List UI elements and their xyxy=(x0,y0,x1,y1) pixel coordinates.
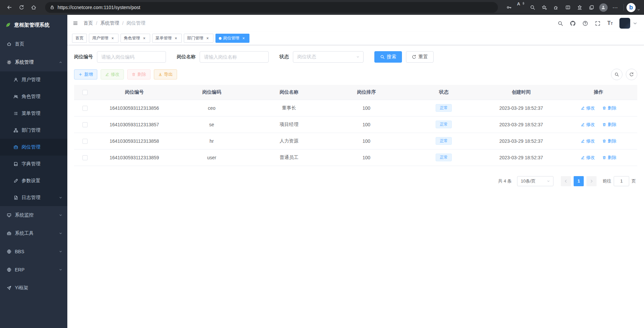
page-size-select[interactable]: 10条/页 xyxy=(517,176,553,186)
row-checkbox[interactable] xyxy=(82,122,88,127)
post-code-label: 岗位编号 xyxy=(74,54,93,60)
help-icon[interactable] xyxy=(582,21,588,26)
tab-role-mgmt[interactable]: 角色管理 × xyxy=(121,34,150,43)
sidebar-item-user-mgmt[interactable]: 用户管理 xyxy=(0,71,67,88)
split-screen-icon[interactable] xyxy=(562,1,574,13)
sidebar-item-log-mgmt[interactable]: 日志管理 xyxy=(0,189,67,206)
export-button[interactable]: 导出 xyxy=(154,69,177,79)
row-edit-link[interactable]: 修改 xyxy=(581,122,595,128)
close-icon[interactable]: × xyxy=(173,36,178,41)
browser-profile-avatar[interactable] xyxy=(598,1,609,13)
zoom-icon[interactable] xyxy=(527,1,538,13)
browser-chrome: https://ccnetcore.com:1101/system/post A… xyxy=(0,0,644,15)
breadcrumb-home[interactable]: 首页 xyxy=(83,20,93,26)
browser-home-button[interactable] xyxy=(28,1,40,13)
select-all-checkbox[interactable] xyxy=(82,90,88,95)
fullscreen-icon[interactable] xyxy=(595,21,601,26)
sidebar-item-menu-mgmt[interactable]: 菜单管理 xyxy=(0,105,67,122)
row-delete-link[interactable]: 删除 xyxy=(602,122,616,128)
sidebar-toggle-icon[interactable] xyxy=(67,21,83,26)
edit-icon xyxy=(105,72,109,76)
sidebar-group-system-mgmt[interactable]: 系统管理 xyxy=(0,53,67,71)
sidebar-item-post-mgmt[interactable]: 岗位管理 xyxy=(0,139,67,156)
sidebar-group-bbs[interactable]: BBS xyxy=(0,242,67,261)
post-name-label: 岗位名称 xyxy=(177,54,196,60)
chevron-down-icon xyxy=(59,196,63,200)
user-avatar-menu[interactable] xyxy=(619,18,638,29)
delete-button[interactable]: 删除 xyxy=(127,69,150,79)
tab-menu-mgmt[interactable]: 菜单管理 × xyxy=(152,34,182,43)
site-permissions-icon[interactable] xyxy=(50,5,55,10)
close-icon[interactable]: × xyxy=(205,36,210,41)
sidebar-item-role-mgmt[interactable]: 角色管理 xyxy=(0,88,67,105)
refresh-table-button[interactable] xyxy=(626,69,637,80)
post-name-input[interactable] xyxy=(200,51,269,63)
tab-home[interactable]: 首页 xyxy=(72,34,87,43)
sidebar-group-tools[interactable]: 系统工具 xyxy=(0,224,67,242)
browser-back-button[interactable] xyxy=(3,1,15,13)
browser-refresh-button[interactable] xyxy=(15,1,28,13)
tab-user-mgmt[interactable]: 用户管理 × xyxy=(89,34,118,43)
more-menu-icon[interactable]: ⋯ xyxy=(609,1,621,13)
status-select[interactable]: 岗位状态 xyxy=(293,51,364,63)
prev-page-button[interactable] xyxy=(561,176,571,186)
app-navbar: 首页 / 系统管理 / 岗位管理 TT xyxy=(67,15,644,32)
status-label: 状态 xyxy=(279,54,289,60)
add-favorite-icon[interactable] xyxy=(539,1,550,13)
read-aloud-icon[interactable]: A xyxy=(515,1,527,13)
toggle-search-button[interactable] xyxy=(611,69,622,80)
bing-chat-icon[interactable]: b xyxy=(626,3,636,12)
sidebar-item-dept-mgmt[interactable]: 部门管理 xyxy=(0,122,67,139)
collections-icon[interactable] xyxy=(586,1,597,13)
reset-button[interactable]: 重置 xyxy=(406,51,434,63)
app-logo[interactable]: 意框架管理系统 xyxy=(0,15,67,35)
row-edit-link[interactable]: 修改 xyxy=(581,138,595,144)
breadcrumb-current: 岗位管理 xyxy=(127,20,145,26)
sidebar-item-home[interactable]: 首页 xyxy=(0,35,67,53)
favorites-bar-icon[interactable] xyxy=(574,1,585,13)
row-edit-link[interactable]: 修改 xyxy=(581,105,595,111)
breadcrumb-system-mgmt[interactable]: 系统管理 xyxy=(100,20,119,26)
sidebar-item-dict-mgmt[interactable]: 字典管理 xyxy=(0,156,67,172)
goto-suffix: 页 xyxy=(632,178,636,184)
trash-icon xyxy=(602,106,606,110)
page-number-button[interactable]: 1 xyxy=(574,176,584,186)
tab-post-mgmt[interactable]: 岗位管理 × xyxy=(215,34,249,43)
column-header: 岗位编码 xyxy=(173,85,250,100)
row-checkbox[interactable] xyxy=(82,139,88,144)
url-bar[interactable]: https://ccnetcore.com:1101/system/post xyxy=(45,2,498,13)
goto-page-input[interactable] xyxy=(614,176,629,186)
sidebar-item-param-settings[interactable]: 参数设置 xyxy=(0,172,67,189)
search-button[interactable]: 搜索 xyxy=(374,51,402,63)
tab-dept-mgmt[interactable]: 部门管理 × xyxy=(184,34,213,43)
edit-icon xyxy=(581,139,585,143)
bing-caret-icon[interactable] xyxy=(637,8,641,12)
github-icon[interactable] xyxy=(570,21,576,26)
sidebar-group-monitor[interactable]: 系统监控 xyxy=(0,206,67,224)
row-checkbox[interactable] xyxy=(82,155,88,160)
row-delete-link[interactable]: 删除 xyxy=(602,105,616,111)
gear-icon xyxy=(7,60,11,65)
toolbox-icon xyxy=(7,231,11,236)
row-checkbox[interactable] xyxy=(82,106,88,111)
edit-button[interactable]: 修改 xyxy=(101,69,124,79)
close-icon[interactable]: × xyxy=(142,36,147,41)
font-size-icon[interactable]: TT xyxy=(607,21,613,26)
row-delete-link[interactable]: 删除 xyxy=(602,138,616,144)
sidebar-item-yi-framework[interactable]: Yi框架 xyxy=(0,279,67,297)
chevron-down-icon xyxy=(59,250,63,254)
close-icon[interactable]: × xyxy=(110,36,115,41)
sidebar-group-erp[interactable]: ERP xyxy=(0,261,67,279)
row-delete-link[interactable]: 删除 xyxy=(602,155,616,161)
next-page-button[interactable] xyxy=(586,176,597,186)
row-edit-link[interactable]: 修改 xyxy=(581,155,595,161)
add-button[interactable]: 新增 xyxy=(74,69,97,79)
post-code-input[interactable] xyxy=(97,51,166,63)
search-icon[interactable] xyxy=(557,21,563,26)
extensions-icon[interactable] xyxy=(550,1,562,13)
password-key-icon[interactable] xyxy=(503,1,515,13)
home-icon xyxy=(7,42,11,46)
book-icon xyxy=(13,162,18,166)
chevron-up-icon xyxy=(59,60,63,64)
close-icon[interactable]: × xyxy=(241,36,246,41)
